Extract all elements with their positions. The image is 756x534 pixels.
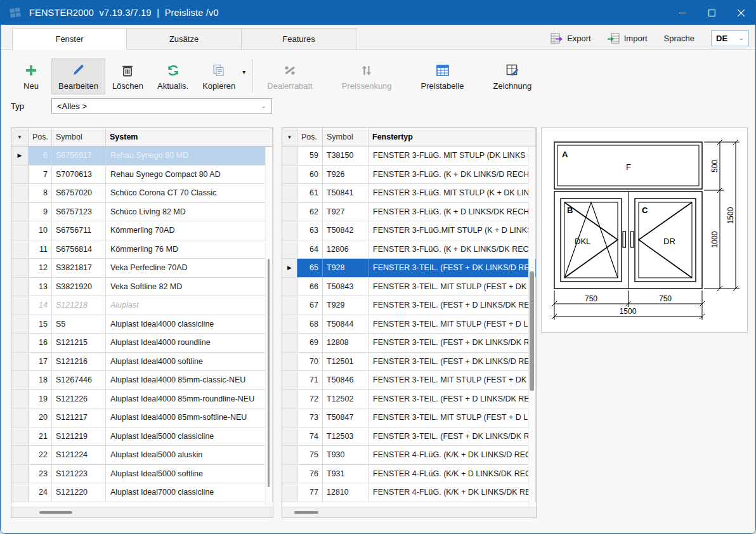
table-row[interactable]: 59T38150FENSTER 3-FLüG. MIT STULP (DK LI… [282, 147, 536, 166]
table-row[interactable]: 7S7070613Rehau Synego Compact 80 AD [11, 166, 273, 185]
cell-symbol: S121219 [52, 427, 106, 446]
fenstertyp-table: ▼ Pos. Symbol Fenstertyp 59T38150FENSTER… [282, 127, 537, 518]
table-row[interactable]: 17S121216Aluplast Ideal4000 softline [11, 353, 273, 372]
row-indicator-cell [11, 203, 29, 221]
cell-pos: 18 [29, 371, 52, 389]
table-row[interactable]: 20S121217Aluplast Ideal4000 85mm-softlin… [11, 408, 273, 427]
table-row[interactable]: 72T12502FENSTER 3-TEIL. (FEST + D LINKS/… [282, 390, 536, 409]
export-button[interactable]: Export [551, 33, 591, 44]
table-row[interactable]: 21S121219Aluplast Ideal5000 classicline [11, 427, 273, 446]
aktualisieren-button[interactable]: Aktualis. [150, 58, 195, 94]
cell-name: Aluplast [106, 296, 273, 315]
maximize-button[interactable] [697, 1, 726, 25]
scrollbar-thumb[interactable] [268, 259, 270, 487]
table-row[interactable]: 66T50843FENSTER 3-TEIL. MIT STULP (FEST … [282, 278, 536, 297]
loeschen-button[interactable]: Löschen [105, 58, 150, 94]
cell-symbol: S6757020 [52, 184, 106, 202]
table-row[interactable]: 18S1267446Aluplast Ideal4000 85mm-classi… [11, 371, 273, 390]
column-header-system[interactable]: System [106, 128, 273, 146]
vertical-scrollbar[interactable] [265, 147, 272, 506]
cell-name: Aluplast Ideal5000 classicline [106, 427, 273, 446]
neu-label: Neu [23, 81, 39, 91]
cell-pos: 61 [297, 184, 323, 202]
cell-pos: 16 [29, 334, 52, 352]
column-header-fenstertyp[interactable]: Fenstertyp [368, 128, 536, 146]
kopieren-dropdown-arrow[interactable]: ▾ [242, 68, 245, 75]
cell-pos: 60 [297, 166, 323, 184]
vertical-scrollbar[interactable] [528, 147, 535, 506]
column-header-symbol[interactable]: Symbol [52, 128, 106, 146]
cell-symbol: T38150 [323, 147, 368, 165]
table-row[interactable]: 62T927FENSTER 3-FLüG. (K + D LINKS/DK RE… [282, 203, 536, 222]
zeichnung-button[interactable]: Zeichnung [486, 58, 539, 94]
kopieren-button[interactable]: Kopieren [195, 58, 242, 94]
table-row[interactable]: 76T931FENSTER 4-FLüG. (K/K + D LINKS/DK … [282, 465, 536, 484]
neu-button[interactable]: Neu [11, 58, 51, 94]
cell-pos: 59 [297, 147, 323, 165]
trash-icon [122, 63, 133, 78]
cell-symbol: T12502 [323, 390, 368, 408]
table-row[interactable]: 8S6757020Schüco Corona CT 70 Classic [11, 184, 273, 203]
filter-dropdown-button[interactable]: ▼ [11, 128, 29, 146]
cell-name: FENSTER 3-FLüG. (K + DK LINKS/D RECH [368, 166, 536, 184]
language-select[interactable]: DE ⌄ [711, 30, 749, 46]
column-header-symbol[interactable]: Symbol [323, 128, 368, 146]
table-row[interactable]: 10S6756711Kömmerling 70AD [11, 221, 273, 240]
pencil-icon [72, 63, 84, 78]
drawing-icon [506, 63, 519, 78]
scrollbar-thumb[interactable] [530, 271, 534, 391]
scrollbar-thumb[interactable] [39, 511, 72, 514]
cell-pos: 11 [29, 240, 52, 259]
table-row[interactable]: 60T926FENSTER 3-FLüG. (K + DK LINKS/D RE… [282, 166, 536, 185]
minimize-button[interactable] [668, 1, 697, 25]
preissenkung-label: Preissenkung [342, 81, 392, 91]
typ-select[interactable]: <Alles > ⌄ [51, 98, 272, 114]
table-row[interactable]: 71T50846FENSTER 3-TEIL. MIT STULP (FEST … [282, 371, 536, 390]
scrollbar-thumb[interactable] [294, 511, 318, 514]
table-row[interactable]: 14S121218Aluplast [11, 296, 273, 315]
table-row[interactable]: 9S6757123Schüco LivIng 82 MD [11, 203, 273, 222]
tab-features[interactable]: Features [242, 28, 356, 50]
column-header-pos[interactable]: Pos. [29, 128, 52, 146]
table-row[interactable]: 61T50841FENSTER 3-FLüG. MIT STULP (K + D… [282, 184, 536, 203]
table-row[interactable]: 15S5Aluplast Ideal4000 classicline [11, 315, 273, 334]
horizontal-scrollbar[interactable] [11, 507, 273, 518]
cell-pos: 24 [29, 483, 52, 502]
close-button[interactable] [726, 1, 755, 25]
import-button[interactable]: Import [608, 33, 648, 44]
app-window: FENSTER2000 v7.19.3/7.19 | Preisliste /v… [0, 0, 756, 534]
table-row[interactable]: 13S3821920Veka Softline 82 MD [11, 278, 273, 297]
column-header-pos[interactable]: Pos. [297, 128, 323, 146]
import-icon [608, 33, 620, 44]
table-row[interactable]: 11S6756814Kömmerling 76 MD [11, 240, 273, 259]
cell-symbol: S3821817 [52, 259, 106, 277]
filter-dropdown-button[interactable]: ▼ [282, 128, 297, 146]
cell-name: Aluplast Ideal5000 aluskin [106, 446, 273, 464]
table-row[interactable]: 6412806FENSTER 3-FLüG. (K + DK LINKS/DK … [282, 240, 536, 259]
table-row[interactable]: 24S121220Aluplast Ideal7000 classicline [11, 483, 273, 502]
table-row[interactable]: 73T50847FENSTER 3-TEIL. MIT STULP (FEST … [282, 408, 536, 427]
tab-fenster[interactable]: Fenster [12, 28, 127, 50]
table-row[interactable]: ▶65T928FENSTER 3-TEIL. (FEST + DK LINKS/… [282, 259, 536, 278]
table-row[interactable]: 19S121226Aluplast Ideal4000 85mm-roundli… [11, 390, 273, 409]
tab-zusaetze[interactable]: Zusätze [127, 28, 242, 50]
table-row[interactable]: 6912808FENSTER 3-TEIL. (FEST + DK LINKS/… [282, 334, 536, 353]
bearbeiten-button[interactable]: Bearbeiten [51, 58, 105, 94]
table-row[interactable]: 12S3821817Veka Perfecline 70AD [11, 259, 273, 278]
table-row[interactable]: 22S121224Aluplast Ideal5000 aluskin [11, 446, 273, 465]
cell-symbol: S121223 [52, 465, 106, 483]
table-row[interactable]: 70T12501FENSTER 3-TEIL. (FEST + DK LINKS… [282, 353, 536, 372]
table-row[interactable]: 68T50844FENSTER 3-TEIL. MIT STULP (FEST … [282, 315, 536, 334]
preistabelle-button[interactable]: Preistabelle [414, 58, 471, 94]
table-row[interactable]: 74T12503FENSTER 3-TEIL. (FEST + DK LINKS… [282, 427, 536, 446]
table-row[interactable]: 75T930FENSTER 4-FLüG. (K/K + DK LINKS/D … [282, 446, 536, 465]
cell-name: FENSTER 3-TEIL. (FEST + DK LINKS/DK R [368, 334, 536, 352]
table-row[interactable]: 63T50842FENSTER 3-FLüG.MIT STULP (K + D … [282, 221, 536, 240]
horizontal-scrollbar[interactable] [282, 507, 536, 518]
row-indicator-cell [282, 390, 297, 408]
table-row[interactable]: 16S121215Aluplast Ideal4000 roundline [11, 334, 273, 353]
table-row[interactable]: 23S121223Aluplast Ideal5000 softline [11, 465, 273, 484]
table-row[interactable]: ▶6S6756917Rehau Synego 80 MD [11, 147, 273, 166]
table-row[interactable]: 7712810FENSTER 4-FLüG. (K/K + DK LINKS/D… [282, 483, 536, 502]
table-row[interactable]: 67T929FENSTER 3-TEIL. (FEST + D LINKS/DK… [282, 296, 536, 315]
